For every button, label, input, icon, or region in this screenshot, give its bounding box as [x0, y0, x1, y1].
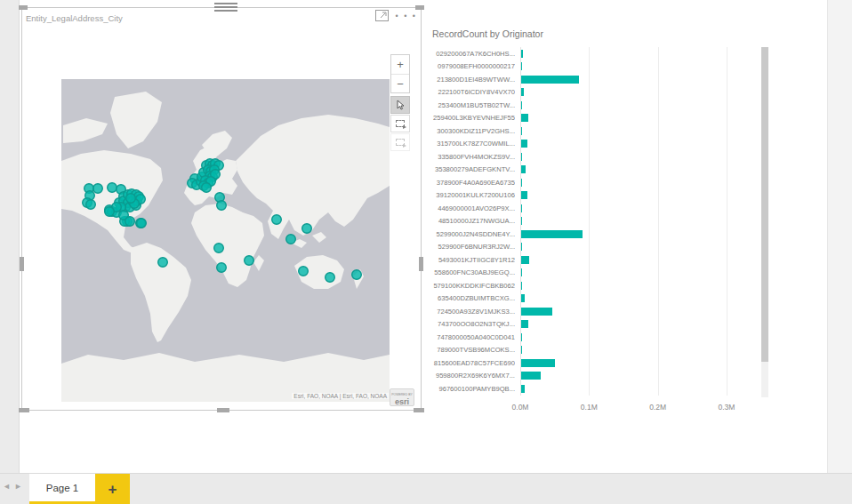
bar[interactable]: [520, 114, 528, 122]
resize-handle-left[interactable]: [20, 257, 24, 271]
bar-chart-row[interactable]: 353800279ADEFGKNTV...: [427, 164, 761, 177]
bar[interactable]: [520, 308, 552, 316]
bar-chart-row[interactable]: 39120001KULK7200U106: [427, 189, 761, 203]
drag-grip-icon[interactable]: [214, 3, 237, 12]
resize-handle-bottom-center[interactable]: [217, 408, 229, 412]
map-visual-container[interactable]: • • • Entity_LegalAddress_City: [21, 7, 422, 411]
map-dot[interactable]: [352, 270, 362, 280]
map-dot[interactable]: [86, 200, 96, 210]
map-select-cursor-button[interactable]: [390, 96, 410, 114]
bar-chart-row[interactable]: 5493001KJTIIGC8Y1R12: [427, 253, 761, 267]
bar[interactable]: [520, 76, 579, 84]
bar[interactable]: [520, 230, 583, 238]
resize-handle-bottom-left[interactable]: [19, 408, 29, 412]
page-nav-back-icon[interactable]: ◄: [3, 482, 14, 491]
resize-handle-right[interactable]: [419, 257, 423, 271]
bar-chart-row[interactable]: 558600FNC30ABJ9EGQ...: [427, 267, 761, 280]
bar-chart-row[interactable]: 815600EAD78C57FCE690: [427, 356, 761, 370]
resize-handle-bottom-right[interactable]: [414, 408, 424, 412]
bar-chart-row[interactable]: 378900F4A0A690EA6735: [427, 176, 761, 189]
resize-handle-top-left[interactable]: [19, 5, 28, 10]
cursor-icon: [396, 100, 405, 110]
bar-chart-row[interactable]: 967600100PAMYB9QB...: [427, 382, 761, 396]
map-dot[interactable]: [126, 194, 136, 204]
more-options-icon[interactable]: • • •: [396, 12, 417, 20]
map-canvas[interactable]: Esri, FAO, NOAA | Esri, FAO, NOAA: [61, 79, 390, 402]
map-marquee-select-button[interactable]: [390, 115, 410, 132]
bar[interactable]: [520, 320, 528, 328]
bar-chart-row[interactable]: 222100T6ICDIY8V4VX70: [427, 86, 761, 100]
bar-chart-row[interactable]: 959800R2X69K6Y6MX7...: [427, 370, 761, 383]
bar-rows: 029200067A7K6CH0HS...0979008EFH000000021…: [427, 47, 761, 396]
map-dot[interactable]: [286, 235, 296, 244]
map-dot[interactable]: [214, 244, 224, 253]
left-rail: [0, 0, 20, 504]
bar[interactable]: [520, 372, 541, 380]
map-dot[interactable]: [217, 201, 227, 211]
bar-chart-row[interactable]: 48510000JZ17NWGUA...: [427, 215, 761, 228]
bar-chart-row[interactable]: 0979008EFH0000000217: [427, 60, 761, 74]
category-label: 558600FNC30ABJ9EGQ...: [427, 267, 515, 280]
map-dot[interactable]: [137, 219, 147, 228]
bar-chart-row[interactable]: 743700OO8O2N3TQKJ...: [427, 318, 761, 332]
bar-chart-row[interactable]: 253400M1BU5TB02TW...: [427, 99, 761, 112]
bar-chart-row[interactable]: 213800D1EI4B9WTWW...: [427, 73, 761, 86]
tab-page-1[interactable]: Page 1: [29, 474, 95, 504]
page-nav-forward-icon[interactable]: ►: [14, 482, 26, 491]
bar[interactable]: [520, 256, 529, 264]
bar-chart-row[interactable]: 4469000001AVO26P9X...: [427, 202, 761, 215]
chart-scrollbar-thumb[interactable]: [761, 47, 768, 362]
category-label: 529900F6BNUR3RJ2W...: [427, 241, 515, 254]
bar[interactable]: [520, 140, 527, 148]
bar-chart-row[interactable]: 259400L3KBYEVNHEJF55: [427, 112, 761, 125]
chart-scrollbar[interactable]: [761, 47, 768, 397]
world-map: [61, 79, 390, 402]
bar-chart-row[interactable]: 315700LK78Z7C0WMIL...: [427, 138, 761, 151]
map-dot[interactable]: [217, 263, 227, 273]
bar-chart-row[interactable]: 300300KDIZ11PV2GHS...: [427, 124, 761, 138]
map-dot[interactable]: [108, 183, 117, 193]
bar-chart-row[interactable]: 789000TVSB96MCOKS...: [427, 344, 761, 357]
bar-chart-row[interactable]: 579100KKDDKIFCBKB062: [427, 279, 761, 292]
add-page-button[interactable]: +: [95, 474, 130, 504]
map-dot[interactable]: [93, 184, 103, 194]
map-dot[interactable]: [202, 183, 212, 193]
resize-handle-top-right[interactable]: [415, 5, 424, 10]
map-dot[interactable]: [105, 207, 115, 217]
category-label: 0979008EFH0000000217: [427, 60, 515, 74]
bar-chart-row[interactable]: 724500A93Z8V1MJKS3...: [427, 305, 761, 318]
map-dot[interactable]: [158, 258, 168, 268]
category-label: 213800D1EI4B9WTWW...: [427, 73, 515, 86]
right-panel-collapsed: [827, 0, 852, 473]
x-axis-tick-label: 0.1M: [574, 403, 604, 412]
gridline: [589, 47, 590, 396]
bar-chart-row[interactable]: 529900F6BNUR3RJ2W...: [427, 241, 761, 254]
category-label: 378900F4A0A690EA6735: [427, 176, 515, 189]
bar-chart-title: RecordCount by Originator: [432, 28, 543, 39]
bar-chart-row[interactable]: 5299000J2N4SDDNE4Y...: [427, 228, 761, 241]
bar-chart-row[interactable]: 029200067A7K6CH0HS...: [427, 47, 761, 60]
bar-chart-row[interactable]: 335800FVH4MOKZS9V...: [427, 150, 761, 164]
zoom-in-button[interactable]: +: [391, 55, 409, 74]
category-label: 222100T6ICDIY8V4VX70: [427, 86, 515, 100]
map-dot[interactable]: [125, 217, 135, 227]
map-dot[interactable]: [326, 273, 335, 283]
x-axis-tick-label: 0.3M: [711, 403, 742, 412]
map-dot[interactable]: [302, 224, 312, 234]
category-label: 789000TVSB96MCOKS...: [427, 344, 515, 357]
bar-chart-visual[interactable]: RecordCount by Originator 029200067A7K6C…: [427, 25, 776, 422]
focus-mode-icon[interactable]: [375, 10, 389, 21]
category-label: 48510000JZ17NWGUA...: [427, 215, 515, 228]
category-label: 253400M1BU5TB02TW...: [427, 99, 515, 112]
category-label: 4469000001AVO26P9X...: [427, 202, 515, 215]
bar[interactable]: [520, 191, 527, 199]
bar-chart-row[interactable]: 635400DZBUIMTBCXG...: [427, 292, 761, 306]
map-dot[interactable]: [245, 256, 254, 266]
bar-chart-row[interactable]: 7478000050A040C0D041: [427, 331, 761, 344]
zoom-out-button[interactable]: −: [391, 75, 409, 93]
bar[interactable]: [520, 359, 555, 367]
map-dot[interactable]: [299, 267, 309, 276]
category-label: 300300KDIZ11PV2GHS...: [427, 124, 515, 138]
gridline: [727, 47, 727, 396]
map-dot[interactable]: [272, 215, 282, 225]
